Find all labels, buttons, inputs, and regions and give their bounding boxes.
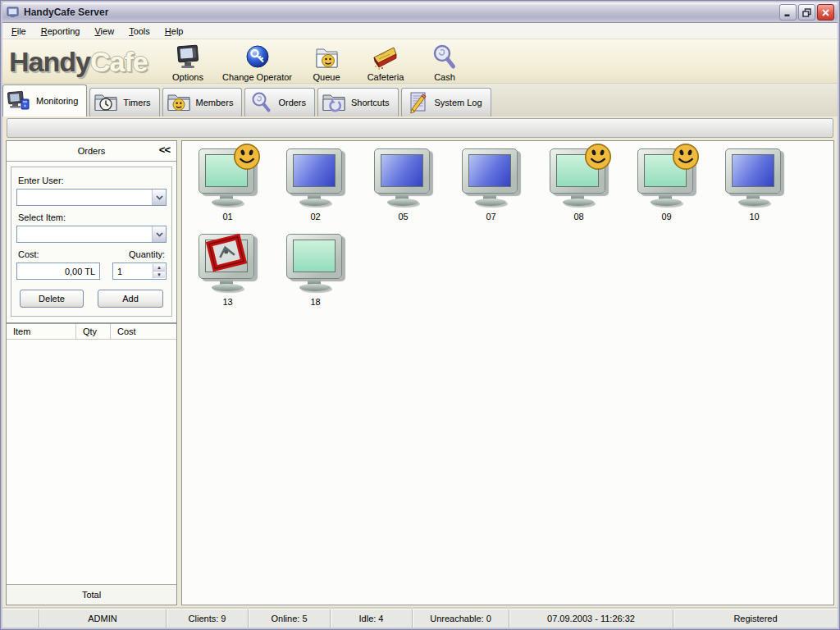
tab-timers[interactable]: Timers [89,88,159,116]
tab-bar: Monitoring Timers Members Orders Shortcu… [2,84,838,116]
select-item-label: Select Item: [18,212,165,222]
total-label: Total [82,590,101,600]
status-grip-section [2,609,39,628]
minimize-button[interactable] [779,4,797,21]
collapsed-toolbar-strip [7,118,833,138]
client-computer-08[interactable]: 08 [535,148,623,233]
client-label: 05 [398,212,408,221]
cost-label: Cost: [18,249,39,259]
tab-members[interactable]: Members [162,88,243,116]
menu-tools[interactable]: Tools [121,25,158,38]
smiley-badge-icon [232,142,262,171]
select-item-value[interactable] [17,226,152,242]
order-form: Enter User: Select Item: Cost: Qu [11,167,172,317]
pie-slice-icon [371,43,400,72]
client-label: 09 [661,212,671,221]
restore-button[interactable] [798,4,815,21]
folder-clock-icon [94,90,118,115]
unreachable-badge-icon [203,230,250,276]
delete-button[interactable]: Delete [20,290,84,308]
tab-orders[interactable]: Orders [244,88,315,116]
status-operator: ADMIN [39,609,167,628]
change-operator-button[interactable]: Change Operator [217,40,297,83]
title-bar: HandyCafe Server [2,2,838,23]
folder-smiley-icon [313,43,340,72]
client-label: 08 [573,212,583,221]
monitor-icon [196,233,260,294]
monitoring-area: 01 02 05 [181,140,834,605]
client-grid: 01 02 05 [184,148,800,318]
smiley-badge-icon [583,142,613,171]
toolbar: HandyCafe Options Change Operator Queue [2,39,838,84]
monitor-icon [723,148,787,208]
menu-help[interactable]: Help [158,25,191,38]
chevron-down-icon[interactable] [152,226,166,242]
smiley-badge-icon [671,142,701,171]
monitor-icon [196,148,260,208]
tab-shortcuts[interactable]: Shortcuts [317,88,398,116]
tab-monitoring[interactable]: Monitoring [2,84,87,116]
client-computer-13[interactable]: 13 [184,233,272,318]
column-header-item[interactable]: Item [7,324,75,339]
cost-field[interactable]: 0,00 TL [16,262,100,280]
client-computer-01[interactable]: 01 [184,148,272,233]
select-item-combobox[interactable] [16,226,167,243]
enter-user-combobox[interactable] [16,189,167,206]
notepad-pencil-icon [405,90,430,115]
client-label: 01 [222,212,232,221]
monitor-icon [459,148,523,208]
window-title: HandyCafe Server [24,7,779,18]
client-label: 02 [310,212,320,221]
client-computer-02[interactable]: 02 [272,148,359,233]
app-window: HandyCafe Server File Reporting View Too… [0,0,840,630]
collapse-panel-button[interactable]: << [159,144,170,156]
client-label: 07 [486,212,495,221]
client-computer-05[interactable]: 05 [359,148,447,233]
orders-panel-title: Orders [7,146,176,156]
client-label: 10 [749,212,759,221]
menu-file[interactable]: File [4,25,34,38]
status-idle-count: Idle: 4 [331,609,413,628]
chevron-down-icon[interactable] [152,189,166,205]
monitor-icon [635,148,699,208]
monitoring-icon [7,89,31,113]
status-license: Registered [673,609,838,628]
cafeteria-button[interactable]: Cafeteria [356,40,415,83]
status-online-count: Online: 5 [249,609,331,628]
close-button[interactable] [817,4,834,21]
column-header-cost[interactable]: Cost [110,324,176,339]
status-unreachable-count: Unreachable: 0 [413,609,509,628]
total-row: Total [7,584,176,605]
client-computer-18[interactable]: 18 [272,233,359,318]
status-bar: ADMIN Clients: 9 Online: 5 Idle: 4 Unrea… [2,609,838,628]
menu-view[interactable]: View [87,25,121,38]
monitor-icon [547,148,611,208]
quantity-label: Quantity: [129,249,165,259]
magnifier-icon [249,90,273,115]
client-computer-09[interactable]: 09 [623,148,710,233]
menu-bar: File Reporting View Tools Help [2,23,838,39]
table-body-empty [7,340,176,584]
monitor-icon [372,148,436,208]
column-header-qty[interactable]: Qty [75,324,110,339]
orders-panel-header: Orders << [7,141,176,162]
add-button[interactable]: Add [98,290,163,308]
cash-button[interactable]: Cash [415,40,474,83]
monitor-icon [284,233,348,294]
client-label: 18 [310,297,320,307]
folder-smiley-icon [167,90,191,115]
queue-button[interactable]: Queue [297,40,356,83]
options-monitor-icon [174,43,202,72]
client-computer-07[interactable]: 07 [447,148,535,233]
enter-user-value[interactable] [17,189,152,205]
client-label: 13 [222,297,232,307]
menu-reporting[interactable]: Reporting [34,25,88,38]
client-computer-10[interactable]: 10 [710,148,798,233]
spinner-arrows-icon[interactable]: ▲▼ [153,264,165,278]
table-header: Item Qty Cost [7,324,176,340]
quantity-stepper[interactable]: 1 ▲▼ [112,262,167,280]
tab-system-log[interactable]: System Log [401,88,491,116]
orders-panel: Orders << Enter User: Select Item: [6,140,177,605]
order-items-table: Item Qty Cost [7,322,176,584]
options-button[interactable]: Options [158,40,217,83]
